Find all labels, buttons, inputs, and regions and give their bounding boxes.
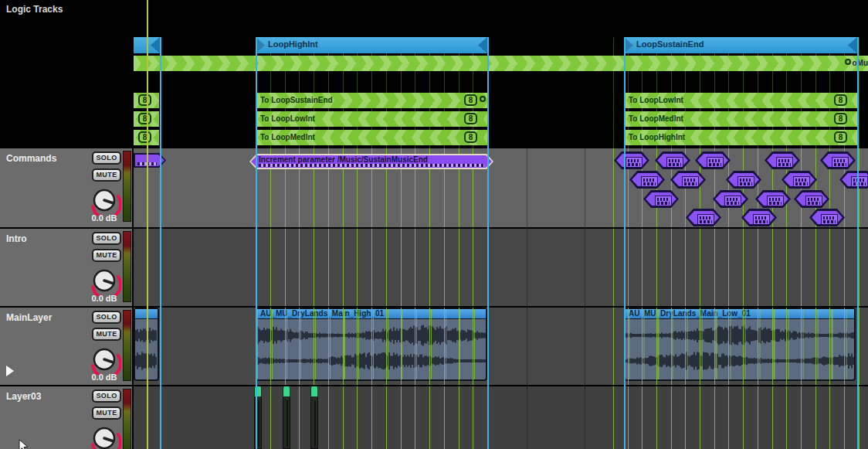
solo-button[interactable]: SOLO	[92, 151, 121, 165]
degree-marker-icon	[480, 96, 486, 102]
bar-gridline	[527, 37, 527, 449]
level-meter	[123, 231, 131, 302]
mute-button[interactable]: MUTE	[92, 328, 121, 341]
track-header-commands[interactable]: Commands SOLO MUTE 0.0 dB	[0, 148, 134, 227]
volume-knob[interactable]	[87, 341, 121, 375]
expand-track-icon[interactable]	[6, 366, 14, 376]
degree-marker-icon	[845, 59, 851, 65]
track-header-intro[interactable]: Intro SOLO MUTE 0.0 dB	[0, 229, 134, 306]
bar-gridline	[585, 37, 585, 449]
solo-button[interactable]: SOLO	[92, 311, 121, 324]
mute-button[interactable]: MUTE	[92, 168, 121, 182]
segment-end-notch-icon	[478, 37, 487, 53]
segment-boundary-line	[487, 37, 489, 449]
command-event-arrow[interactable]	[134, 153, 166, 168]
segment-end-notch-icon	[848, 37, 857, 53]
segment-boundary-line	[256, 37, 257, 449]
volume-knob[interactable]	[87, 262, 121, 296]
logic-tracks-view: Logic Tracks LoopHighInt LoopSustainEnd …	[0, 0, 868, 449]
segment-boundary-line	[160, 37, 161, 449]
oneshot-clip[interactable]	[310, 385, 318, 449]
audio-clip-main-low[interactable]: AU_MU_DryLands_Main_Low_01	[624, 308, 856, 381]
level-meter	[123, 310, 131, 381]
panel-title: Logic Tracks	[6, 4, 63, 15]
mouse-cursor-icon	[19, 439, 29, 449]
segment-boundary-line	[857, 37, 859, 449]
clip-gridlines	[626, 309, 854, 379]
level-meter	[123, 389, 131, 449]
command-bar-pattern	[259, 164, 484, 167]
gridline	[859, 37, 860, 449]
mute-button[interactable]: MUTE	[92, 249, 121, 262]
solo-button[interactable]: SOLO	[92, 232, 121, 245]
playhead-line	[147, 0, 148, 449]
volume-knob[interactable]	[87, 182, 121, 216]
segment-bar-loophighint[interactable]: LoopHighInt	[256, 37, 487, 53]
transition-segment[interactable]: To LoopSustainEnd 8	[256, 93, 487, 108]
segment-end-notch-icon	[151, 37, 160, 53]
loop-chevron-bar[interactable]: oMu	[134, 56, 868, 71]
transition-segment[interactable]: To LoopLowInt 8	[256, 111, 487, 127]
transition-segment[interactable]: To LoopMedInt 8	[256, 130, 487, 145]
mute-button[interactable]: MUTE	[92, 406, 121, 420]
transition-segment[interactable]: To LoopHighInt 8	[624, 130, 857, 145]
oneshot-clip[interactable]	[283, 385, 290, 449]
transition-segment[interactable]: To LoopMedInt 8	[624, 111, 857, 127]
segment-bar-loopsustainend[interactable]: LoopSustainEnd	[624, 37, 857, 53]
gridline	[613, 37, 614, 449]
transition-segment[interactable]: To LoopLowInt 8	[624, 93, 857, 108]
segment-boundary-line	[624, 37, 626, 449]
command-event-bar[interactable]: Increment parameter /Music/SustainMusicE…	[249, 154, 493, 169]
solo-button[interactable]: SOLO	[92, 389, 121, 403]
track-header-mainlayer[interactable]: MainLayer SOLO MUTE 0.0 dB	[0, 308, 134, 385]
volume-knob[interactable]	[87, 420, 121, 449]
level-meter	[123, 151, 131, 222]
